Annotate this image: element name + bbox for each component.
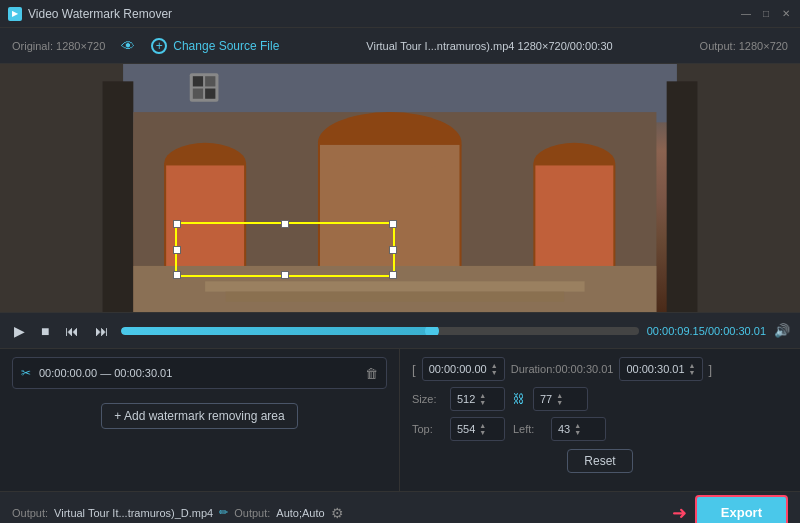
end-time-down[interactable]: ▼ [689,369,696,376]
selection-box[interactable] [175,222,395,277]
time-bracket-icon: [ [412,362,416,377]
size-label: Size: [412,393,442,405]
volume-icon[interactable]: 🔊 [774,323,790,338]
close-button[interactable]: ✕ [780,8,792,20]
position-row: Top: 554 ▲ ▼ Left: 43 ▲ ▼ [412,417,788,441]
prev-frame-button[interactable]: ⏮ [61,321,83,341]
size-height-value: 77 [540,393,552,405]
clip-time-range: 00:00:00.00 — 00:00:30.01 [39,367,357,379]
next-frame-button[interactable]: ⏭ [91,321,113,341]
original-resolution-label: Original: 1280×720 [12,40,105,52]
reset-button[interactable]: Reset [567,449,632,473]
size-height-input[interactable]: 77 ▲ ▼ [533,387,588,411]
handle-top-left[interactable] [173,220,181,228]
video-area [0,64,800,312]
top-input[interactable]: 554 ▲ ▼ [450,417,505,441]
handle-bottom-right[interactable] [389,271,397,279]
top-value: 554 [457,423,475,435]
svg-rect-3 [103,81,134,312]
file-info: Virtual Tour I...ntramuros).mp4 1280×720… [295,40,683,52]
top-bar: Original: 1280×720 👁 + Change Source Fil… [0,28,800,64]
size-row: Size: 512 ▲ ▼ ⛓ 77 ▲ ▼ [412,387,788,411]
settings-icon[interactable]: ⚙ [331,505,344,521]
svg-rect-19 [193,76,203,86]
size-w-down[interactable]: ▼ [479,399,486,406]
app-icon: ▶ [8,7,22,21]
svg-rect-17 [226,292,564,302]
top-label: Top: [412,423,442,435]
stop-button[interactable]: ■ [37,321,53,341]
size-w-up[interactable]: ▲ [479,392,486,399]
handle-mid-left[interactable] [173,246,181,254]
controls-bar: ▶ ■ ⏮ ⏭ 00:00:09.15/00:00:30.01 🔊 [0,312,800,348]
change-source-label: Change Source File [173,39,279,53]
svg-rect-20 [205,76,215,86]
change-source-button[interactable]: + Change Source File [151,38,279,54]
eye-icon[interactable]: 👁 [121,38,135,54]
left-value: 43 [558,423,570,435]
start-time-down[interactable]: ▼ [491,369,498,376]
video-background [0,64,800,312]
left-label: Left: [513,423,543,435]
output-resolution-label: Output: 1280×720 [700,40,788,52]
export-button[interactable]: Export [695,495,788,523]
output-filename: Virtual Tour It...tramuros)_D.mp4 [54,507,213,519]
app-title: Video Watermark Remover [28,7,172,21]
start-time-up[interactable]: ▲ [491,362,498,369]
export-arrow-icon: ➜ [672,502,687,524]
size-width-value: 512 [457,393,475,405]
window-controls: — □ ✕ [740,8,792,20]
minimize-button[interactable]: — [740,8,752,20]
bottom-section: ✂ 00:00:00.00 — 00:00:30.01 🗑 + Add wate… [0,348,800,491]
video-frame-svg [0,64,800,312]
left-panel: ✂ 00:00:00.00 — 00:00:30.01 🗑 + Add wate… [0,349,400,491]
svg-rect-16 [205,281,584,291]
size-width-input[interactable]: 512 ▲ ▼ [450,387,505,411]
end-time-up[interactable]: ▲ [689,362,696,369]
handle-top-mid[interactable] [281,220,289,228]
video-preview [0,64,800,312]
end-time-spinners: ▲ ▼ [689,362,696,376]
edit-filename-icon[interactable]: ✏ [219,506,228,519]
handle-bottom-mid[interactable] [281,271,289,279]
clip-icon: ✂ [21,366,31,380]
handle-top-right[interactable] [389,220,397,228]
top-up[interactable]: ▲ [479,422,486,429]
link-dimensions-icon[interactable]: ⛓ [513,392,525,406]
duration-label: Duration:00:00:30.01 [511,363,614,375]
time-bracket-close: ] [709,362,713,377]
left-up[interactable]: ▲ [574,422,581,429]
svg-rect-21 [193,89,203,99]
time-display: 00:00:09.15/00:00:30.01 [647,325,766,337]
left-input[interactable]: 43 ▲ ▼ [551,417,606,441]
add-watermark-area-button[interactable]: + Add watermark removing area [101,403,297,429]
clip-delete-button[interactable]: 🗑 [365,366,378,381]
right-panel: [ 00:00:00.00 ▲ ▼ Duration:00:00:30.01 0… [400,349,800,491]
output-format: Auto;Auto [276,507,324,519]
title-bar: ▶ Video Watermark Remover — □ ✕ [0,0,800,28]
timeline-track[interactable] [121,327,638,335]
size-h-down[interactable]: ▼ [556,399,563,406]
left-down[interactable]: ▼ [574,429,581,436]
title-bar-left: ▶ Video Watermark Remover [8,7,172,21]
top-down[interactable]: ▼ [479,429,486,436]
svg-rect-4 [667,81,698,312]
time-row: [ 00:00:00.00 ▲ ▼ Duration:00:00:30.01 0… [412,357,788,381]
timeline-fill [121,327,431,335]
end-time-input[interactable]: 00:00:30.01 ▲ ▼ [619,357,702,381]
footer-output-section: Output: Virtual Tour It...tramuros)_D.mp… [12,505,664,521]
timeline-thumb[interactable] [425,327,439,335]
start-time-input[interactable]: 00:00:00.00 ▲ ▼ [422,357,505,381]
output-label-2: Output: [234,507,270,519]
clip-row: ✂ 00:00:00.00 — 00:00:30.01 🗑 [12,357,387,389]
size-h-up[interactable]: ▲ [556,392,563,399]
start-time-value: 00:00:00.00 [429,363,487,375]
maximize-button[interactable]: □ [760,8,772,20]
footer: Output: Virtual Tour It...tramuros)_D.mp… [0,491,800,523]
handle-mid-right[interactable] [389,246,397,254]
output-label-1: Output: [12,507,48,519]
handle-bottom-left[interactable] [173,271,181,279]
play-button[interactable]: ▶ [10,321,29,341]
end-time-value: 00:00:30.01 [626,363,684,375]
start-time-spinners: ▲ ▼ [491,362,498,376]
